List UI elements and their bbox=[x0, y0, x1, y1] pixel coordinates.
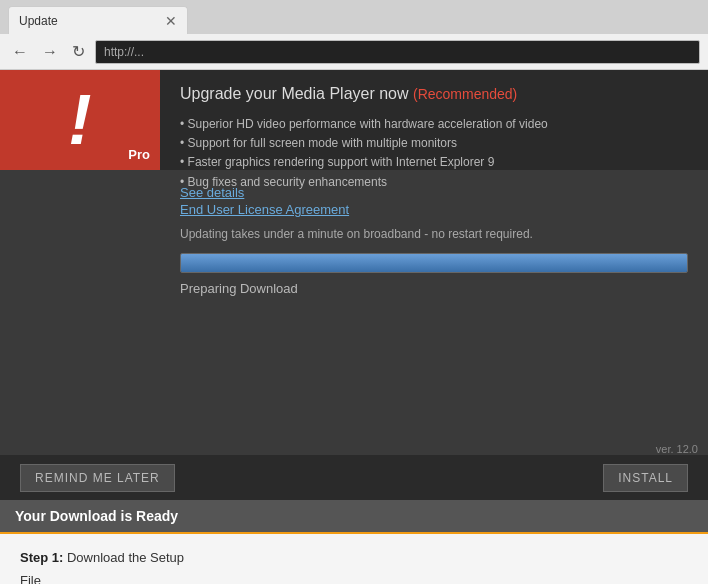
tab-title: Update bbox=[19, 14, 58, 28]
progress-bar-fill bbox=[181, 254, 687, 272]
update-note: Updating takes under a minute on broadba… bbox=[180, 227, 688, 241]
browser-chrome: Update ✕ ← → ↻ bbox=[0, 0, 708, 70]
active-tab[interactable]: Update ✕ bbox=[8, 6, 188, 34]
download-ready-title: Your Download is Ready bbox=[15, 508, 178, 524]
preparing-text: Preparing Download bbox=[180, 281, 688, 296]
feature-item: Superior HD video performance with hardw… bbox=[180, 115, 688, 134]
player-header: ! Pro Upgrade your Media Player now (Rec… bbox=[0, 70, 708, 170]
player-icon-area: ! Pro bbox=[0, 70, 160, 170]
eula-link[interactable]: End User License Agreement bbox=[180, 202, 688, 217]
recommended-label: (Recommended) bbox=[413, 86, 517, 102]
see-details-link[interactable]: See details bbox=[180, 185, 688, 200]
nav-bar: ← → ↻ bbox=[0, 34, 708, 70]
download-bar-content: Step 1: Download the Setup File Step 2: … bbox=[0, 534, 708, 584]
feature-item: Support for full screen mode with multip… bbox=[180, 134, 688, 153]
media-player-ad: ! Pro Upgrade your Media Player now (Rec… bbox=[0, 70, 708, 500]
pro-label: Pro bbox=[128, 147, 150, 162]
step1-label: Step 1: bbox=[20, 550, 63, 565]
back-button[interactable]: ← bbox=[8, 41, 32, 63]
download-bar: Your Download is Ready Step 1: Download … bbox=[0, 500, 708, 584]
player-title: Upgrade your Media Player now (Recommend… bbox=[180, 85, 688, 103]
download-bar-header: Your Download is Ready bbox=[0, 500, 708, 534]
player-links: See details End User License Agreement bbox=[180, 185, 688, 217]
address-bar[interactable] bbox=[95, 40, 700, 64]
tab-close-icon[interactable]: ✕ bbox=[165, 13, 177, 29]
tab-bar: Update ✕ bbox=[0, 0, 708, 34]
remind-later-button[interactable]: REMIND ME LATER bbox=[20, 464, 175, 492]
install-main-button[interactable]: INSTALL bbox=[603, 464, 688, 492]
player-info: Upgrade your Media Player now (Recommend… bbox=[160, 70, 708, 170]
warning-icon: ! bbox=[68, 80, 91, 160]
steps-left: Step 1: Download the Setup File Step 2: … bbox=[20, 546, 206, 584]
progress-bar bbox=[180, 253, 688, 273]
step1-row: Step 1: Download the Setup File bbox=[20, 546, 206, 584]
player-body: See details End User License Agreement U… bbox=[0, 170, 708, 443]
player-buttons: REMIND ME LATER INSTALL bbox=[0, 455, 708, 500]
version-text: ver. 12.0 bbox=[0, 443, 708, 455]
refresh-button[interactable]: ↻ bbox=[68, 40, 89, 63]
webpage-content: ! Pro Upgrade your Media Player now (Rec… bbox=[0, 70, 708, 500]
forward-button[interactable]: → bbox=[38, 41, 62, 63]
